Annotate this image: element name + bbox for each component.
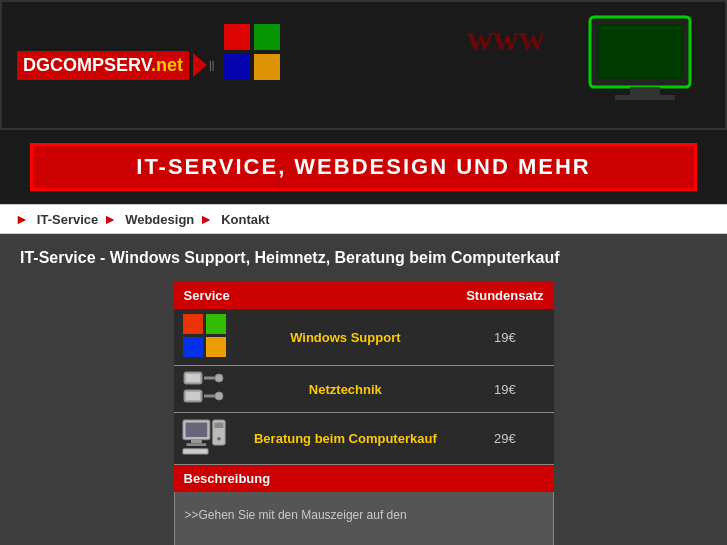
- svg-rect-10: [206, 314, 226, 334]
- svg-rect-8: [599, 26, 681, 77]
- service-link-2[interactable]: Netztechnik: [309, 382, 382, 397]
- www-text: www: [467, 17, 545, 59]
- svg-rect-26: [191, 440, 202, 444]
- svg-rect-28: [182, 449, 207, 454]
- logo-text: DGCOMPSERV.net: [23, 55, 183, 76]
- banner-wrapper: IT-SERVICE, WEBDESIGN UND MEHR: [0, 130, 727, 204]
- service-name-cell-1[interactable]: Windows Support: [235, 309, 457, 366]
- network-icon-cell: [174, 366, 235, 413]
- table-row: Beratung beim Computerkauf 29€: [174, 413, 554, 465]
- service-name-cell-2[interactable]: Netztechnik: [235, 366, 457, 413]
- table-row: Netztechnik 19€: [174, 366, 554, 413]
- nav-arrow-2: ►: [103, 211, 117, 227]
- pc-icon-cell: [174, 413, 235, 465]
- svg-rect-11: [183, 337, 203, 357]
- svg-point-20: [215, 392, 223, 400]
- main-content: IT-Service - Windows Support, Heimnetz, …: [0, 234, 727, 545]
- service-link-3[interactable]: Beratung beim Computerkauf: [254, 431, 437, 446]
- service-table: Service Stundensatz Windows Support: [174, 282, 554, 465]
- svg-rect-1: [254, 24, 280, 50]
- svg-point-16: [215, 374, 223, 382]
- nav-arrow-3: ►: [199, 211, 213, 227]
- svg-rect-6: [630, 87, 660, 95]
- logo-arrow: [193, 53, 207, 77]
- banner-text: IT-SERVICE, WEBDESIGN UND MEHR: [136, 154, 590, 179]
- service-price-1: 19€: [456, 309, 553, 366]
- svg-rect-9: [183, 314, 203, 334]
- logo-area: DGCOMPSERV.net ||: [17, 51, 214, 80]
- logo-suffix-text: .net: [151, 55, 183, 75]
- banner: IT-SERVICE, WEBDESIGN UND MEHR: [30, 143, 697, 191]
- service-name-cell-3[interactable]: Beratung beim Computerkauf: [235, 413, 457, 465]
- description-hint: >>Gehen Sie mit den Mauszeiger auf den: [185, 508, 543, 522]
- svg-rect-18: [186, 392, 200, 400]
- www-label: www: [467, 18, 545, 58]
- service-price-3: 29€: [456, 413, 553, 465]
- nav-item-kontakt[interactable]: Kontakt: [221, 212, 269, 227]
- svg-rect-12: [206, 337, 226, 357]
- description-section: Beschreibung >>Gehen Sie mit den Mauszei…: [174, 465, 554, 545]
- service-link-1[interactable]: Windows Support: [290, 330, 400, 345]
- logo-main-text: DGCOMPSERV: [23, 55, 151, 75]
- nav-item-webdesign[interactable]: Webdesign: [125, 212, 194, 227]
- svg-rect-2: [224, 54, 250, 80]
- table-row: Windows Support 19€: [174, 309, 554, 366]
- service-price-2: 19€: [456, 366, 553, 413]
- table-header-row: Service Stundensatz: [174, 282, 554, 309]
- nav-bar: ► IT-Service ► Webdesign ► Kontakt: [0, 204, 727, 234]
- col-service-header: Service: [174, 282, 457, 309]
- svg-point-25: [217, 437, 221, 441]
- svg-rect-7: [615, 95, 675, 100]
- header-windows-logo: [222, 22, 282, 82]
- description-header: Beschreibung: [174, 465, 554, 492]
- nav-arrow-1: ►: [15, 211, 29, 227]
- monitor-graphic: [585, 12, 705, 112]
- svg-rect-24: [214, 423, 223, 428]
- svg-rect-14: [186, 374, 200, 382]
- page-title: IT-Service - Windows Support, Heimnetz, …: [20, 249, 707, 267]
- svg-rect-0: [224, 24, 250, 50]
- col-rate-header: Stundensatz: [456, 282, 553, 309]
- header: DGCOMPSERV.net || www: [0, 0, 727, 130]
- logo-bars: ||: [209, 60, 214, 71]
- svg-rect-22: [185, 423, 207, 437]
- svg-rect-3: [254, 54, 280, 80]
- logo-box: DGCOMPSERV.net: [17, 51, 189, 80]
- description-body: >>Gehen Sie mit den Mauszeiger auf den: [174, 492, 554, 545]
- svg-rect-27: [186, 443, 206, 446]
- nav-item-itservice[interactable]: IT-Service: [37, 212, 98, 227]
- windows-icon-cell: [174, 309, 235, 366]
